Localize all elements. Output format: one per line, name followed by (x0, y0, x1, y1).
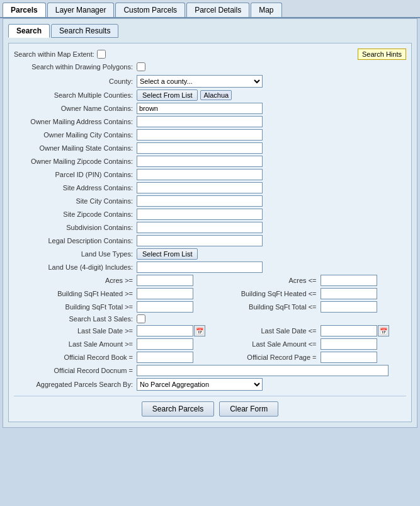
legal-description-label: Legal Description Contains: (14, 237, 137, 244)
subtab-search-results[interactable]: Search Results (51, 24, 118, 38)
county-label: County: (14, 78, 137, 85)
subdivision-input[interactable] (137, 222, 263, 233)
last-sale-date-gte-label: Last Sale Date >= (14, 327, 137, 335)
last-sale-amount-lte-label: Last Sale Amount <= (210, 340, 321, 348)
building-sqft-heated-lte-label: Building SqFt Heated <= (210, 290, 321, 297)
owner-mailing-state-input[interactable] (137, 142, 263, 154)
site-zipcode-label: Site Zipcode Contains: (14, 210, 137, 218)
tab-map[interactable]: Map (251, 3, 281, 17)
subdivision-label: Subdivision Contains: (14, 224, 137, 231)
building-sqft-total-lte-input[interactable] (321, 301, 377, 313)
last-sale-date-gte-input[interactable] (137, 325, 193, 336)
acres-lte-input[interactable] (321, 275, 377, 286)
owner-mailing-city-label: Owner Mailing City Contains: (14, 131, 137, 139)
search-last-3-sales-label: Search Last 3 Sales: (14, 315, 137, 323)
official-record-docnum-label: Official Record Docnum = (14, 367, 137, 374)
clear-form-button[interactable]: Clear Form (219, 401, 278, 417)
aggregated-parcels-label: Aggregated Parcels Search By: (14, 381, 137, 388)
official-record-page-input[interactable] (321, 352, 377, 363)
owner-mailing-city-input[interactable] (137, 129, 263, 141)
owner-mailing-zipcode-label: Owner Mailing Zipcode Contains: (14, 158, 137, 165)
legal-description-input[interactable] (137, 235, 263, 246)
search-within-map-extent-label: Search within Map Extent: (14, 50, 94, 58)
last-sale-date-lte-calendar-icon[interactable]: 📅 (378, 325, 389, 336)
select-from-list-land-use-button[interactable]: Select From List (137, 248, 198, 260)
last-sale-date-lte-label: Last Sale Date <= (210, 327, 321, 335)
parcel-id-label: Parcel ID (PIN) Contains: (14, 171, 137, 178)
search-within-map-extent-checkbox[interactable] (97, 50, 106, 59)
site-city-input[interactable] (137, 195, 263, 207)
land-use-types-label: Land Use Types: (14, 250, 137, 258)
owner-name-label: Owner Name Contains: (14, 105, 137, 112)
search-multiple-counties-label: Search Multiple Counties: (14, 91, 137, 99)
building-sqft-total-lte-label: Building SqFt Total <= (210, 303, 321, 311)
tab-parcels[interactable]: Parcels (3, 3, 46, 17)
site-city-label: Site City Contains: (14, 197, 137, 205)
county-select[interactable]: Select a county... (137, 75, 263, 88)
owner-mailing-address-label: Owner Mailing Address Contains: (14, 118, 137, 125)
selected-county-tag: Alachua (200, 90, 232, 100)
site-address-input[interactable] (137, 182, 263, 193)
last-sale-date-lte-input[interactable] (321, 325, 377, 336)
tab-parcel-details[interactable]: Parcel Details (186, 3, 249, 17)
site-zipcode-input[interactable] (137, 209, 263, 220)
official-record-book-input[interactable] (137, 352, 193, 363)
owner-mailing-zipcode-input[interactable] (137, 156, 263, 167)
search-last-3-sales-checkbox[interactable] (137, 314, 145, 323)
last-sale-amount-gte-input[interactable] (137, 338, 193, 350)
site-address-label: Site Address Contains: (14, 184, 137, 192)
owner-name-input[interactable] (137, 103, 263, 114)
owner-mailing-address-input[interactable] (137, 116, 263, 127)
subtab-search[interactable]: Search (8, 24, 50, 38)
official-record-book-label: Official Record Book = (14, 354, 137, 361)
owner-mailing-state-label: Owner Mailing State Contains: (14, 144, 137, 152)
building-sqft-total-gte-label: Building SqFt Total >= (14, 303, 137, 311)
last-sale-amount-lte-input[interactable] (321, 338, 377, 350)
land-use-4digit-label: Land Use (4-digit) Includes: (14, 263, 137, 271)
tab-custom-parcels[interactable]: Custom Parcels (115, 3, 185, 17)
acres-gte-input[interactable] (137, 275, 193, 286)
official-record-docnum-input[interactable] (137, 365, 389, 376)
building-sqft-heated-gte-input[interactable] (137, 288, 193, 299)
building-sqft-heated-lte-input[interactable] (321, 288, 377, 299)
select-from-list-counties-button[interactable]: Select From List (137, 89, 198, 101)
official-record-page-label: Official Record Page = (210, 354, 321, 361)
acres-gte-label: Acres >= (14, 277, 137, 284)
tab-layer-manager[interactable]: Layer Manager (47, 3, 115, 17)
search-hints-button[interactable]: Search Hints (358, 49, 406, 60)
search-parcels-button[interactable]: Search Parcels (142, 401, 214, 417)
parcel-id-input[interactable] (137, 169, 263, 180)
search-within-drawing-polygons-checkbox[interactable] (137, 62, 145, 71)
building-sqft-total-gte-input[interactable] (137, 301, 193, 313)
building-sqft-heated-gte-label: Building SqFt Heated >= (14, 290, 137, 297)
aggregated-parcels-select[interactable]: No Parcel AggregationOwner NameSite Addr… (137, 378, 263, 391)
land-use-4digit-input[interactable] (137, 262, 263, 273)
last-sale-date-gte-calendar-icon[interactable]: 📅 (194, 325, 205, 336)
last-sale-amount-gte-label: Last Sale Amount >= (14, 340, 137, 348)
search-within-drawing-polygons-label: Search within Drawing Polygons: (14, 63, 137, 71)
acres-lte-label: Acres <= (210, 277, 321, 284)
